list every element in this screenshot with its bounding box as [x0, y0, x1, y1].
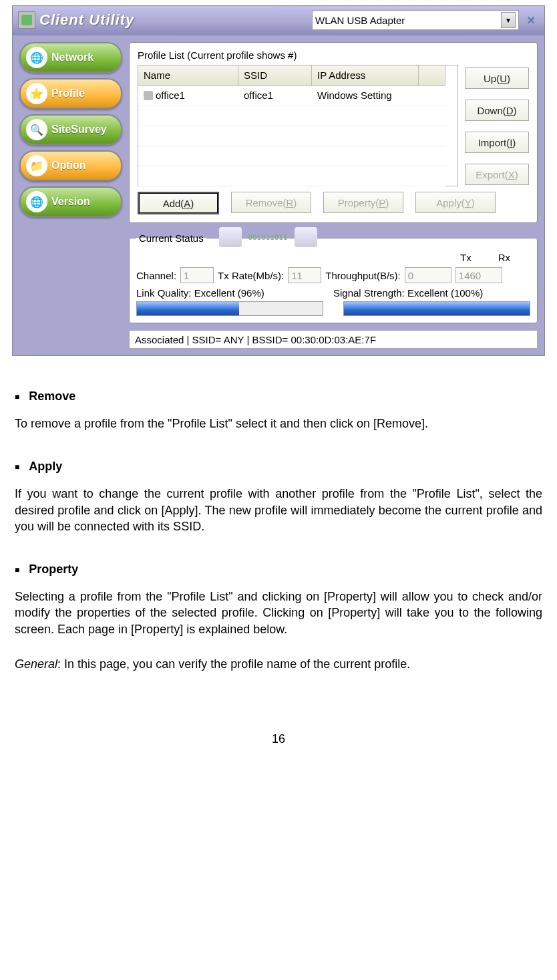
table-row[interactable] [138, 166, 457, 186]
cell-name: office1 [156, 90, 185, 101]
sidebar-item-label: Profile [51, 88, 85, 100]
down-button[interactable]: Down(D) [465, 100, 529, 121]
app-title: Client Utility [39, 11, 134, 29]
txrate-value: 11 [288, 267, 321, 283]
throughput-tx: 0 [405, 267, 451, 283]
profile-panel: Profile List (Current profile shows #) N… [129, 42, 538, 223]
close-icon[interactable]: × [523, 12, 539, 28]
profile-icon [144, 91, 153, 100]
globe-icon: 🌐 [26, 191, 47, 212]
col-name[interactable]: Name [138, 65, 238, 86]
section-header: Property [29, 562, 78, 577]
tx-label: Tx [460, 252, 472, 263]
import-button[interactable]: Import(I) [465, 132, 529, 153]
cell-ssid: office1 [238, 86, 312, 106]
sidebar: 🌐 Network ⭐ Profile 🔍 SiteSurvey 📁 Optio… [19, 42, 122, 349]
antenna-icon [295, 227, 317, 247]
globe-icon: 🌐 [26, 47, 47, 68]
col-ssid[interactable]: SSID [238, 65, 312, 86]
add-button[interactable]: Add(A) [138, 192, 219, 214]
section-header: Apply [29, 460, 62, 474]
table-row[interactable] [138, 126, 457, 146]
throughput-rx: 1460 [455, 267, 502, 283]
export-button[interactable]: Export(X) [465, 164, 529, 185]
rx-label: Rx [498, 252, 510, 263]
property-button[interactable]: Property(P) [323, 192, 403, 213]
status-panel-wrap: Current Status 001011011 Tx Rx Channel: [129, 232, 538, 349]
sidebar-item-network[interactable]: 🌐 Network [19, 42, 122, 73]
folder-icon: 📁 [26, 155, 47, 176]
adapter-select[interactable]: WLAN USB Adapter ▼ [312, 10, 519, 30]
section-text: If you want to change the current profil… [15, 486, 542, 534]
section-header: Remove [29, 389, 75, 403]
link-quality-bar [136, 301, 323, 316]
col-ip[interactable]: IP Address [312, 65, 419, 86]
document-body: ■Remove To remove a profile from the "Pr… [12, 356, 545, 672]
txrate-label: Tx Rate(Mb/s): [218, 270, 284, 281]
signal-strength: Signal Strength: Excellent (100%) [333, 287, 530, 299]
status-legend: Current Status [136, 232, 206, 244]
search-icon: 🔍 [26, 119, 47, 140]
sidebar-item-label: Option [51, 160, 86, 172]
general-label: General [15, 657, 57, 671]
sidebar-item-option[interactable]: 📁 Option [19, 150, 122, 181]
remove-button[interactable]: Remove(R) [231, 192, 311, 213]
link-quality: Link Quality: Excellent (96%) [136, 287, 333, 299]
sidebar-item-profile[interactable]: ⭐ Profile [19, 78, 122, 109]
page-number: 16 [12, 732, 545, 746]
bullet-icon: ■ [15, 565, 19, 575]
chevron-down-icon[interactable]: ▼ [501, 12, 516, 28]
up-button[interactable]: Up(U) [465, 67, 529, 89]
star-icon: ⭐ [26, 83, 47, 104]
app-window: Client Utility WLAN USB Adapter ▼ × 🌐 Ne… [12, 5, 545, 356]
bar-fill [344, 302, 530, 315]
channel-value: 1 [180, 267, 214, 283]
profile-table[interactable]: Name SSID IP Address office1 office1 Win… [138, 65, 458, 186]
adapter-value: WLAN USB Adapter [315, 15, 405, 26]
bullet-icon: ■ [15, 392, 19, 401]
channel-label: Channel: [136, 270, 176, 281]
cell-ip: Windows Setting [312, 86, 419, 106]
col-blank [419, 65, 445, 86]
sidebar-item-label: Network [51, 51, 94, 63]
sidebar-item-sitesurvey[interactable]: 🔍 SiteSurvey [19, 114, 122, 145]
sidebar-item-version[interactable]: 🌐 Version [19, 186, 122, 217]
association-status: Associated | SSID= ANY | BSSID= 00:30:0D… [129, 330, 538, 349]
section-text: Selecting a profile from the "Profile Li… [15, 589, 542, 637]
status-panel: Current Status 001011011 Tx Rx Channel: [129, 232, 538, 323]
table-row[interactable] [138, 106, 457, 126]
titlebar: Client Utility WLAN USB Adapter ▼ × [13, 6, 544, 35]
table-row[interactable] [138, 146, 457, 166]
general-line: General: In this page, you can verify th… [15, 656, 542, 672]
bits-text: 001011011 [248, 234, 288, 241]
apply-button[interactable]: Apply(Y) [415, 192, 496, 213]
signal-strength-bar [343, 301, 530, 316]
table-row[interactable]: office1 office1 Windows Setting [138, 86, 457, 106]
section-text: To remove a profile from the "Profile Li… [15, 416, 542, 432]
pc-icon [219, 227, 242, 247]
app-icon [18, 11, 35, 29]
bar-fill [137, 302, 239, 315]
general-text: : In this page, you can verify the profi… [57, 657, 410, 671]
sidebar-item-label: SiteSurvey [51, 124, 107, 136]
bullet-icon: ■ [15, 462, 19, 472]
profile-panel-title: Profile List (Current profile shows #) [138, 49, 529, 61]
throughput-label: Throughput(B/s): [325, 270, 401, 281]
sidebar-item-label: Version [51, 196, 90, 208]
